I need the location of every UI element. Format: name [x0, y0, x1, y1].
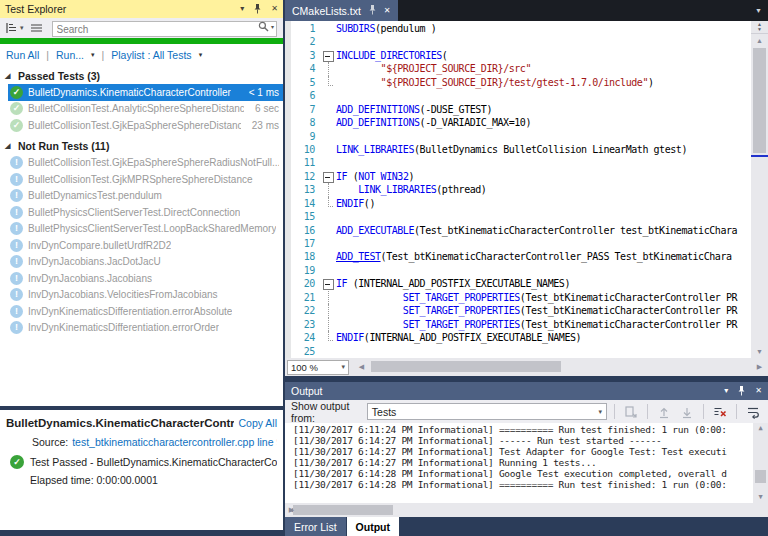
search-input[interactable] — [52, 21, 277, 37]
window-position-icon[interactable]: ▾ — [240, 5, 244, 13]
scroll-down-icon[interactable]: ▼ — [753, 492, 768, 503]
code-line[interactable]: 23 SET_TARGET_PROPERTIES(Test_btKinemati… — [291, 318, 751, 331]
test-item[interactable]: !BulletCollisionTest.GjkMPRSphereSphereD… — [8, 171, 283, 188]
group-by-button[interactable]: ▾ — [4, 19, 26, 37]
pin-icon[interactable] — [737, 386, 746, 396]
fold-collapse-icon[interactable] — [321, 170, 336, 183]
test-item[interactable]: !InvDynKinematicsDifferentiation.errorOr… — [8, 320, 283, 337]
fold-collapse-icon[interactable] — [321, 277, 336, 290]
run-all-link[interactable]: Run All — [6, 49, 39, 61]
close-icon[interactable]: ✕ — [384, 6, 391, 15]
test-item[interactable]: !BulletCollisionTest.GjkEpaSphereSphereR… — [8, 155, 283, 172]
test-item[interactable]: !InvDynKinematicsDifferentiation.errorAb… — [8, 303, 283, 320]
word-wrap-button[interactable] — [744, 403, 762, 421]
test-item[interactable]: !BulletDynamicsTest.pendulum — [8, 188, 283, 205]
code-line[interactable]: 2 — [291, 35, 751, 48]
not-run-icon: ! — [10, 239, 23, 252]
code-line[interactable]: 20IF (INTERNAL_ADD_POSTFIX_EXECUTABLE_NA… — [291, 277, 751, 290]
clear-all-button[interactable] — [711, 403, 729, 421]
output-log[interactable]: [11/30/2017 6:11:24 PM Informational] ==… — [285, 423, 768, 503]
code-line[interactable]: 1SUBDIRS(pendulum ) — [291, 22, 751, 35]
code-line[interactable]: 24ENDIF(INTERNAL_ADD_POSTFIX_EXECUTABLE_… — [291, 331, 751, 344]
scroll-up-icon[interactable]: ▲ — [751, 34, 768, 47]
code-line[interactable]: 7ADD_DEFINITIONS(-DUSE_GTEST) — [291, 103, 751, 116]
code-line[interactable]: 15 — [291, 210, 751, 223]
pin-icon[interactable] — [253, 4, 262, 14]
test-item[interactable]: ✓BulletDynamics.KinematicCharacterContro… — [8, 84, 283, 101]
code-editor[interactable]: 1SUBDIRS(pendulum )23INCLUDE_DIRECTORIES… — [285, 21, 768, 358]
window-position-icon[interactable]: ▾ — [724, 387, 728, 395]
search-icon[interactable] — [258, 21, 269, 32]
source-link[interactable]: test_btkinematiccharactercontroller.cpp … — [72, 436, 277, 448]
code-line[interactable]: 12IF (NOT WIN32) — [291, 170, 751, 183]
output-vertical-scrollbar[interactable]: ▲ ▼ — [753, 423, 768, 503]
playlist-button[interactable] — [28, 19, 45, 37]
playlist-link[interactable]: Playlist : All Tests — [111, 49, 191, 61]
test-item[interactable]: ✓BulletCollisionTest.GjkEpaSphereSphereD… — [8, 117, 283, 134]
code-line[interactable]: 4 "${PROJECT_SOURCE_DIR}/src" — [291, 62, 751, 75]
code-line[interactable]: 11 — [291, 156, 751, 169]
tree-group-header[interactable]: ◢Not Run Tests (11) — [0, 138, 283, 155]
fold-collapse-icon[interactable] — [321, 49, 336, 62]
line-number: 14 — [291, 197, 321, 210]
code-line[interactable]: 14ENDIF() — [291, 197, 751, 210]
output-horizontal-scrollbar[interactable]: ◀ ▶ — [285, 503, 768, 517]
code-line[interactable]: 19 — [291, 264, 751, 277]
scroll-right-icon[interactable]: ▶ — [753, 358, 766, 376]
tab-error-list[interactable]: Error List — [285, 517, 346, 536]
fold-margin — [321, 210, 336, 223]
scrollbar-thumb[interactable] — [753, 48, 766, 153]
tree-group-header[interactable]: ◢Passed Tests (3) — [0, 67, 283, 84]
test-item[interactable]: !BulletPhysicsClientServerTest.DirectCon… — [8, 204, 283, 221]
copy-all-link[interactable]: Copy All — [238, 417, 277, 429]
scrollbar-thumb[interactable] — [371, 361, 561, 372]
tab-cmakelists[interactable]: CMakeLists.txt ✕ — [285, 0, 398, 21]
code-line[interactable]: 5 "${PROJECT_SOURCE_DIR}/test/gtest-1.7.… — [291, 76, 751, 89]
previous-message-button[interactable] — [655, 403, 673, 421]
output-source-combo[interactable]: Tests ▾ — [367, 403, 607, 420]
test-item[interactable]: !BulletPhysicsClientServerTest.LoopBackS… — [8, 221, 283, 238]
expand-icon[interactable]: ◢ — [5, 142, 13, 150]
test-item[interactable]: !InvDynJacobians.VelocitiesFromJacobians — [8, 287, 283, 304]
tab-output[interactable]: Output — [347, 517, 399, 536]
splitter-grip-icon[interactable]: ▲ ▼ — [751, 21, 768, 34]
code-line[interactable]: 9 — [291, 130, 751, 143]
scrollbar-thumb[interactable] — [293, 505, 393, 515]
run-link[interactable]: Run... — [56, 49, 84, 61]
editor-vertical-scrollbar[interactable]: ▲ ▼ ▲ ▼ — [751, 21, 768, 358]
code-line[interactable]: 21 SET_TARGET_PROPERTIES(Test_btKinemati… — [291, 291, 751, 304]
pin-icon[interactable] — [368, 5, 377, 17]
document-list-icon[interactable]: ▼ — [755, 0, 768, 21]
zoom-combo[interactable]: 100 % ▾ — [287, 360, 349, 375]
test-item[interactable]: !InvDynJacobians.JacDotJacU — [8, 254, 283, 271]
chevron-down-icon[interactable]: ▾ — [199, 51, 203, 59]
code-line[interactable]: 25 — [291, 345, 751, 358]
next-message-button[interactable] — [678, 403, 696, 421]
code-line[interactable]: 16ADD_EXECUTABLE(Test_btKinematicCharact… — [291, 224, 751, 237]
code-line[interactable]: 6 — [291, 89, 751, 102]
test-item[interactable]: !InvDynJacobians.Jacobians — [8, 270, 283, 287]
test-item[interactable]: ✓BulletCollisionTest.AnalyticSphereSpher… — [8, 101, 283, 118]
test-item[interactable]: !InvDynCompare.bulletUrdfR2D2 — [8, 237, 283, 254]
scroll-down-icon[interactable]: ▼ — [751, 345, 768, 358]
scroll-up-icon[interactable]: ▲ — [753, 423, 768, 434]
code-line[interactable]: 18ADD_TEST(Test_btKinematicCharacterCont… — [291, 250, 751, 263]
expand-icon[interactable]: ◢ — [5, 72, 13, 80]
scrollbar-thumb[interactable] — [755, 470, 766, 483]
close-icon[interactable]: ✕ — [271, 5, 278, 13]
test-passed-icon: ✓ — [10, 455, 24, 469]
code-line[interactable]: 8ADD_DEFINITIONS(-D_VARIADIC_MAX=10) — [291, 116, 751, 129]
find-message-button[interactable] — [622, 403, 640, 421]
editor-horizontal-scrollbar[interactable]: ◀ ▶ — [355, 358, 766, 376]
code-line[interactable]: 17 — [291, 237, 751, 250]
code-line[interactable]: 13 LINK_LIBRARIES(pthread) — [291, 183, 751, 196]
close-icon[interactable]: ✕ — [755, 387, 762, 395]
scroll-left-icon[interactable]: ◀ — [355, 358, 368, 376]
test-name: InvDynJacobians.VelocitiesFromJacobians — [28, 289, 218, 300]
scroll-right-icon[interactable]: ▶ — [285, 503, 298, 517]
code-line[interactable]: 3INCLUDE_DIRECTORIES( — [291, 49, 751, 62]
chevron-down-icon[interactable]: ▾ — [91, 51, 95, 59]
search-options-icon[interactable]: ▾ — [271, 23, 274, 30]
code-line[interactable]: 22 SET_TARGET_PROPERTIES(Test_btKinemati… — [291, 304, 751, 317]
code-line[interactable]: 10LINK_LIBRARIES(BulletDynamics BulletCo… — [291, 143, 751, 156]
